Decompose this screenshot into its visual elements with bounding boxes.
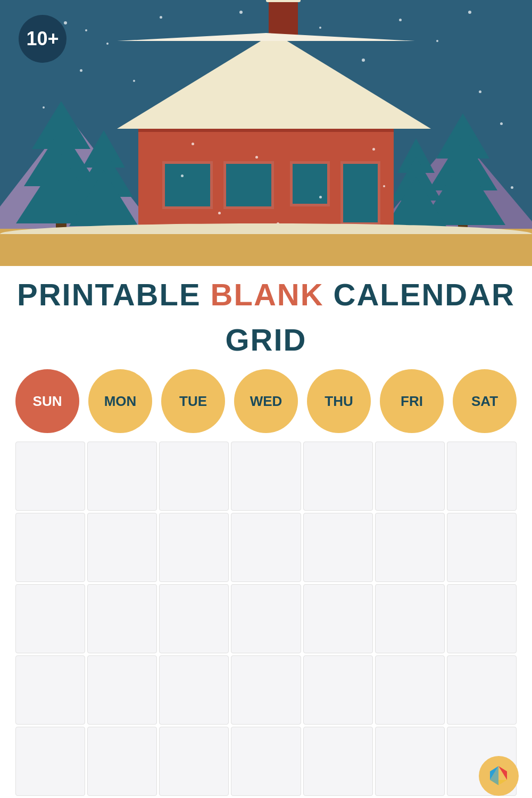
calendar-cell[interactable] xyxy=(87,727,157,796)
calendar: PRINTABLE BLANK CALENDAR GRID SUN MON TU… xyxy=(0,266,532,798)
calendar-cell[interactable] xyxy=(15,584,85,653)
day-tue: TUE xyxy=(161,369,225,433)
calendar-cell[interactable] xyxy=(87,442,157,511)
calendar-cell[interactable] xyxy=(87,584,157,653)
calendar-cell[interactable] xyxy=(87,513,157,582)
calendar-cell[interactable] xyxy=(375,442,445,511)
calendar-cell[interactable] xyxy=(303,442,373,511)
title-word1: PRINTABLE xyxy=(17,277,201,312)
day-sun: SUN xyxy=(15,369,79,433)
calendar-cell[interactable] xyxy=(15,442,85,511)
calendar-cell[interactable] xyxy=(231,727,301,796)
title-word3: CALENDAR xyxy=(334,277,515,312)
calendar-cell[interactable] xyxy=(447,655,517,725)
age-badge: 10+ xyxy=(19,15,66,63)
house xyxy=(117,33,415,235)
calendar-cell[interactable] xyxy=(303,727,373,796)
calendar-section: PRINTABLE BLANK CALENDAR GRID SUN MON TU… xyxy=(0,266,532,798)
ground xyxy=(0,229,532,266)
calendar-cell[interactable] xyxy=(447,584,517,653)
calendar-cell[interactable] xyxy=(159,513,229,582)
calendar-cell[interactable] xyxy=(159,442,229,511)
calendar-cell[interactable] xyxy=(159,584,229,653)
calendar-cell[interactable] xyxy=(375,655,445,725)
calendar-title: PRINTABLE BLANK CALENDAR GRID xyxy=(13,277,519,358)
calendar-cell[interactable] xyxy=(303,584,373,653)
day-mon: MON xyxy=(88,369,152,433)
day-headers: SUN MON TUE WED THU FRI SAT xyxy=(13,369,519,433)
calendar-cell[interactable] xyxy=(303,513,373,582)
day-wed: WED xyxy=(234,369,298,433)
brand-icon xyxy=(487,764,511,788)
illustration-header: 10+ xyxy=(0,0,532,266)
calendar-cell[interactable] xyxy=(447,513,517,582)
calendar-cell[interactable] xyxy=(231,655,301,725)
calendar-cell[interactable] xyxy=(375,584,445,653)
calendar-cell[interactable] xyxy=(375,513,445,582)
calendar-cell[interactable] xyxy=(15,727,85,796)
calendar-cell[interactable] xyxy=(231,513,301,582)
calendar-cell[interactable] xyxy=(87,655,157,725)
calendar-cell[interactable] xyxy=(303,655,373,725)
title-word2: BLANK xyxy=(211,277,324,312)
calendar-cell[interactable] xyxy=(231,442,301,511)
calendar-cell[interactable] xyxy=(159,655,229,725)
day-thu: THU xyxy=(307,369,371,433)
brand-badge xyxy=(479,756,519,796)
calendar-cell[interactable] xyxy=(15,655,85,725)
day-fri: FRI xyxy=(380,369,444,433)
calendar-cell[interactable] xyxy=(375,727,445,796)
calendar-cell[interactable] xyxy=(159,727,229,796)
calendar-cell[interactable] xyxy=(231,584,301,653)
calendar-cell[interactable] xyxy=(15,513,85,582)
calendar-cell[interactable] xyxy=(447,442,517,511)
title-word4: GRID xyxy=(226,322,307,358)
svg-marker-0 xyxy=(498,766,507,780)
day-sat: SAT xyxy=(453,369,517,433)
calendar-grid xyxy=(13,442,519,796)
